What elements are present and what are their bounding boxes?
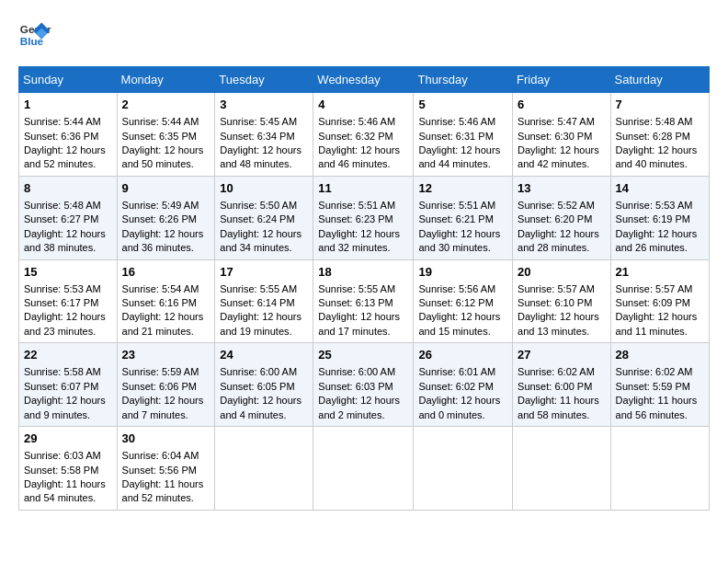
calendar-cell: 30 Sunrise: 6:04 AM Sunset: 5:56 PM Dayl… <box>117 427 215 511</box>
week-row: 29 Sunrise: 6:03 AM Sunset: 5:58 PM Dayl… <box>19 427 710 511</box>
week-row: 22 Sunrise: 5:58 AM Sunset: 6:07 PM Dayl… <box>19 343 710 427</box>
sunset-label: Sunset: 6:02 PM <box>418 381 493 392</box>
sunset-label: Sunset: 6:21 PM <box>418 213 493 224</box>
sunrise-label: Sunrise: 5:44 AM <box>24 116 101 127</box>
daylight-label: Daylight: 12 hours and 0 minutes. <box>418 395 500 419</box>
daylight-label: Daylight: 12 hours and 9 minutes. <box>24 395 106 419</box>
sunset-label: Sunset: 6:30 PM <box>518 131 592 142</box>
calendar-cell: 27 Sunrise: 6:02 AM Sunset: 6:00 PM Dayl… <box>513 343 611 427</box>
calendar-cell: 1 Sunrise: 5:44 AM Sunset: 6:36 PM Dayli… <box>19 93 118 177</box>
daylight-label: Daylight: 12 hours and 32 minutes. <box>318 228 400 253</box>
daylight-label: Daylight: 12 hours and 30 minutes. <box>418 228 500 253</box>
sunset-label: Sunset: 6:24 PM <box>220 213 294 224</box>
calendar-cell: 6 Sunrise: 5:47 AM Sunset: 6:30 PM Dayli… <box>513 93 611 177</box>
daylight-label: Daylight: 11 hours and 58 minutes. <box>518 395 599 419</box>
daylight-label: Daylight: 12 hours and 11 minutes. <box>616 311 698 336</box>
daylight-label: Daylight: 12 hours and 46 minutes. <box>318 144 400 169</box>
day-number: 30 <box>122 431 210 447</box>
day-number: 18 <box>318 264 408 281</box>
daylight-label: Daylight: 11 hours and 54 minutes. <box>24 478 106 503</box>
sunset-label: Sunset: 6:35 PM <box>122 131 197 142</box>
day-number: 28 <box>616 347 704 363</box>
calendar-cell <box>313 427 414 511</box>
week-row: 8 Sunrise: 5:48 AM Sunset: 6:27 PM Dayli… <box>19 176 710 259</box>
sunset-label: Sunset: 6:20 PM <box>518 213 592 224</box>
sunset-label: Sunset: 6:34 PM <box>220 131 294 142</box>
sunset-label: Sunset: 6:23 PM <box>318 213 392 224</box>
calendar-cell: 18 Sunrise: 5:55 AM Sunset: 6:13 PM Dayl… <box>313 259 414 343</box>
sunset-label: Sunset: 6:26 PM <box>122 213 197 224</box>
col-sunday: Sunday <box>19 67 118 93</box>
sunset-label: Sunset: 6:32 PM <box>318 131 392 142</box>
sunset-label: Sunset: 6:16 PM <box>122 297 197 308</box>
col-friday: Friday <box>513 67 611 93</box>
calendar-cell: 21 Sunrise: 5:57 AM Sunset: 6:09 PM Dayl… <box>610 259 709 343</box>
day-number: 6 <box>518 97 606 113</box>
sunset-label: Sunset: 6:06 PM <box>122 381 197 392</box>
day-number: 8 <box>24 180 112 197</box>
sunset-label: Sunset: 6:05 PM <box>220 381 294 392</box>
day-number: 23 <box>122 347 210 363</box>
day-number: 4 <box>318 97 408 113</box>
day-number: 25 <box>318 347 408 363</box>
daylight-label: Daylight: 12 hours and 42 minutes. <box>518 144 599 169</box>
calendar-table: Sunday Monday Tuesday Wednesday Thursday… <box>18 66 710 511</box>
sunset-label: Sunset: 6:36 PM <box>24 131 98 142</box>
day-number: 19 <box>418 264 507 281</box>
sunrise-label: Sunrise: 6:04 AM <box>122 450 199 461</box>
daylight-label: Daylight: 12 hours and 28 minutes. <box>518 228 599 253</box>
week-row: 15 Sunrise: 5:53 AM Sunset: 6:17 PM Dayl… <box>19 259 710 343</box>
day-number: 12 <box>418 180 507 197</box>
calendar-cell <box>513 427 611 511</box>
sunset-label: Sunset: 6:17 PM <box>24 297 98 308</box>
sunset-label: Sunset: 5:56 PM <box>122 465 197 476</box>
day-number: 22 <box>24 347 112 363</box>
calendar-cell: 24 Sunrise: 6:00 AM Sunset: 6:05 PM Dayl… <box>215 343 313 427</box>
calendar-cell: 5 Sunrise: 5:46 AM Sunset: 6:31 PM Dayli… <box>414 93 513 177</box>
calendar-cell: 16 Sunrise: 5:54 AM Sunset: 6:16 PM Dayl… <box>117 259 215 343</box>
sunset-label: Sunset: 5:58 PM <box>24 465 98 476</box>
sunrise-label: Sunrise: 5:44 AM <box>122 116 199 127</box>
day-number: 24 <box>220 347 308 363</box>
calendar-cell: 8 Sunrise: 5:48 AM Sunset: 6:27 PM Dayli… <box>19 176 118 259</box>
calendar-cell: 29 Sunrise: 6:03 AM Sunset: 5:58 PM Dayl… <box>19 427 118 511</box>
calendar-cell <box>215 427 313 511</box>
daylight-label: Daylight: 12 hours and 52 minutes. <box>24 144 106 169</box>
sunrise-label: Sunrise: 6:00 AM <box>318 366 395 377</box>
sunrise-label: Sunrise: 6:03 AM <box>24 450 101 461</box>
sunset-label: Sunset: 6:13 PM <box>318 297 392 308</box>
day-number: 16 <box>122 264 210 281</box>
daylight-label: Daylight: 12 hours and 7 minutes. <box>122 395 204 419</box>
sunset-label: Sunset: 6:09 PM <box>616 297 690 308</box>
day-number: 3 <box>220 97 308 113</box>
daylight-label: Daylight: 12 hours and 34 minutes. <box>220 228 301 253</box>
sunset-label: Sunset: 6:12 PM <box>418 297 493 308</box>
calendar-cell: 20 Sunrise: 5:57 AM Sunset: 6:10 PM Dayl… <box>513 259 611 343</box>
day-number: 21 <box>616 264 704 281</box>
daylight-label: Daylight: 12 hours and 40 minutes. <box>616 144 698 169</box>
calendar-cell <box>610 427 709 511</box>
col-monday: Monday <box>117 67 215 93</box>
sunrise-label: Sunrise: 5:53 AM <box>616 200 693 211</box>
day-number: 15 <box>24 264 112 281</box>
daylight-label: Daylight: 12 hours and 21 minutes. <box>122 311 204 336</box>
calendar-cell: 19 Sunrise: 5:56 AM Sunset: 6:12 PM Dayl… <box>414 259 513 343</box>
day-number: 10 <box>220 180 308 197</box>
daylight-label: Daylight: 12 hours and 26 minutes. <box>616 228 698 253</box>
calendar-cell: 7 Sunrise: 5:48 AM Sunset: 6:28 PM Dayli… <box>610 93 709 177</box>
sunset-label: Sunset: 6:19 PM <box>616 213 690 224</box>
sunset-label: Sunset: 6:31 PM <box>418 131 493 142</box>
sunrise-label: Sunrise: 5:54 AM <box>122 283 199 294</box>
sunset-label: Sunset: 6:27 PM <box>24 213 98 224</box>
col-wednesday: Wednesday <box>313 67 414 93</box>
sunrise-label: Sunrise: 5:55 AM <box>220 283 297 294</box>
sunrise-label: Sunrise: 5:46 AM <box>318 116 395 127</box>
day-number: 27 <box>518 347 606 363</box>
daylight-label: Daylight: 12 hours and 44 minutes. <box>418 144 500 169</box>
calendar-cell: 4 Sunrise: 5:46 AM Sunset: 6:32 PM Dayli… <box>313 93 414 177</box>
sunrise-label: Sunrise: 5:51 AM <box>418 200 495 211</box>
day-number: 13 <box>518 180 606 197</box>
calendar-cell: 12 Sunrise: 5:51 AM Sunset: 6:21 PM Dayl… <box>414 176 513 259</box>
sunrise-label: Sunrise: 5:56 AM <box>418 283 495 294</box>
day-number: 14 <box>616 180 704 197</box>
